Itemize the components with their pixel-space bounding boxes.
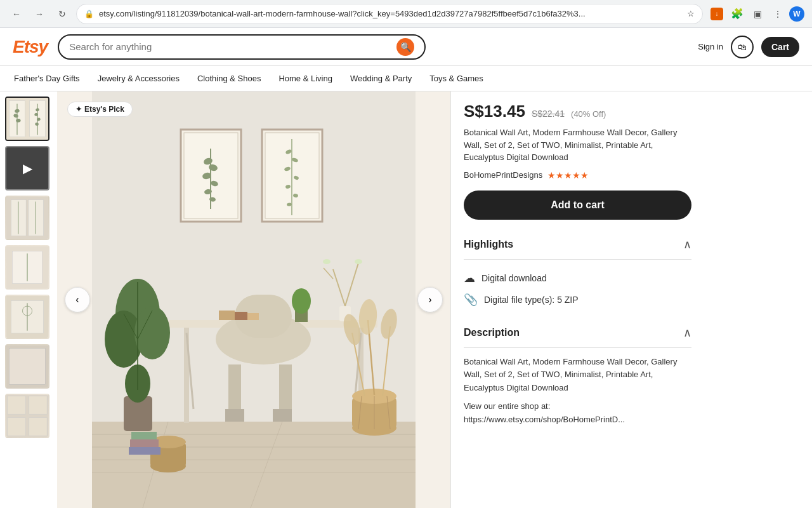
- product-title: Botanical Wall Art, Modern Farmhouse Wal…: [464, 126, 691, 164]
- seller-row: BoHomePrintDesigns ★★★★★: [464, 170, 691, 180]
- download-icon: ☁: [464, 271, 475, 285]
- bookmark-icon[interactable]: ☆: [687, 9, 695, 18]
- svg-rect-78: [235, 312, 247, 320]
- svg-rect-103: [129, 447, 160, 455]
- refresh-button[interactable]: ↻: [53, 5, 71, 23]
- star-icon: ✦: [75, 105, 82, 114]
- svg-rect-67: [273, 409, 292, 422]
- cart-icon[interactable]: 🛍: [731, 36, 754, 58]
- description-section-header[interactable]: Description ∧: [464, 318, 691, 348]
- thumbnail-2-video[interactable]: ▶: [5, 146, 49, 190]
- thumbnail-4[interactable]: [5, 245, 49, 290]
- thumbnails-sidebar: ▶: [0, 91, 57, 508]
- etsy-pick-badge: ✦ Etsy's Pick: [67, 102, 133, 117]
- sidebar-item-jewelry[interactable]: Jewelry & Accessories: [96, 74, 181, 83]
- svg-point-72: [134, 306, 170, 359]
- search-bar[interactable]: 🔍: [58, 34, 426, 60]
- search-button[interactable]: 🔍: [396, 38, 414, 56]
- highlights-content: ☁ Digital download 📎 Digital file type(s…: [464, 260, 691, 318]
- add-to-cart-button[interactable]: Add to cart: [464, 190, 691, 220]
- svg-rect-25: [10, 349, 46, 385]
- search-input[interactable]: [69, 41, 391, 52]
- main-content: ▶: [0, 91, 812, 508]
- highlight-text-2: Digital file type(s): 5 ZIP: [484, 295, 579, 305]
- sidebar-icon[interactable]: ▣: [749, 5, 766, 23]
- description-chevron-icon: ∧: [683, 326, 691, 340]
- highlights-label: Highlights: [464, 239, 513, 250]
- sidebar-item-home[interactable]: Home & Living: [277, 74, 334, 83]
- browser-chrome: ← → ↻ 🔒 etsy.com/listing/911812039/botan…: [0, 0, 812, 28]
- thumbnail-5[interactable]: [5, 295, 49, 339]
- browser-actions: ↓ 🧩 ▣ ⋮ W: [708, 5, 804, 23]
- svg-point-86: [323, 259, 331, 264]
- svg-rect-79: [247, 313, 259, 320]
- price-original: S$22.41: [532, 109, 565, 119]
- price-row: S$13.45 S$22.41 (40% Off): [464, 102, 691, 121]
- etsy-logo[interactable]: Etsy: [13, 37, 48, 57]
- cart-bag-icon: 🛍: [738, 42, 747, 52]
- svg-point-81: [292, 288, 311, 314]
- description-text: Botanical Wall Art, Modern Farmhouse Wal…: [464, 356, 691, 395]
- description-label: Description: [464, 327, 520, 338]
- sidebar-item-fathers-day[interactable]: Father's Day Gifts: [13, 74, 81, 83]
- header-actions: Sign in 🛍 Cart: [698, 36, 799, 58]
- description-extra-text: View our entire shop at: https://www.ets…: [464, 400, 691, 427]
- next-image-button[interactable]: ›: [417, 287, 443, 312]
- profile-avatar[interactable]: W: [789, 6, 804, 22]
- sign-in-link[interactable]: Sign in: [698, 42, 723, 51]
- svg-rect-77: [219, 311, 235, 320]
- extensions-icon[interactable]: 🧩: [728, 5, 746, 23]
- etsy-nav: Father's Day Gifts Jewelry & Accessories…: [0, 66, 812, 91]
- prev-image-button[interactable]: ‹: [65, 287, 90, 312]
- description-content: Botanical Wall Art, Modern Farmhouse Wal…: [464, 348, 691, 439]
- thumbnail-6[interactable]: [5, 344, 49, 389]
- svg-rect-66: [225, 409, 244, 422]
- file-icon: 📎: [464, 293, 478, 307]
- address-bar[interactable]: 🔒 etsy.com/listing/911812039/botanical-w…: [76, 4, 703, 24]
- sidebar-item-clothing[interactable]: Clothing & Shoes: [196, 74, 262, 83]
- cart-button[interactable]: Cart: [761, 37, 799, 57]
- highlights-section-header[interactable]: Highlights ∧: [464, 230, 691, 260]
- price-main: S$13.45: [464, 102, 525, 121]
- extensions-download-icon[interactable]: ↓: [708, 5, 726, 23]
- product-main-image: [92, 91, 416, 508]
- sidebar-item-wedding[interactable]: Wedding & Party: [349, 74, 413, 83]
- svg-rect-29: [8, 418, 25, 436]
- more-icon[interactable]: ⋮: [769, 5, 787, 23]
- highlight-digital-download: ☁ Digital download: [464, 267, 691, 289]
- seller-name[interactable]: BoHomePrintDesigns: [464, 170, 542, 180]
- highlights-chevron-icon: ∧: [683, 237, 691, 251]
- lock-icon: 🔒: [84, 10, 94, 18]
- play-icon: ▶: [6, 147, 48, 189]
- etsy-pick-label: Etsy's Pick: [84, 105, 124, 114]
- svg-point-87: [355, 259, 362, 264]
- back-button[interactable]: ←: [8, 5, 25, 23]
- svg-rect-30: [29, 418, 47, 436]
- svg-rect-27: [8, 396, 25, 414]
- cart-label: Cart: [771, 42, 789, 52]
- highlight-file-type: 📎 Digital file type(s): 5 ZIP: [464, 289, 691, 311]
- seller-stars: ★★★★★: [547, 170, 589, 180]
- thumbnail-3[interactable]: [5, 196, 49, 240]
- price-discount: (40% Off): [571, 109, 606, 119]
- svg-rect-28: [29, 396, 47, 414]
- sidebar-item-toys[interactable]: Toys & Games: [428, 74, 485, 83]
- thumbnail-7[interactable]: [5, 394, 49, 438]
- thumbnail-1[interactable]: [5, 97, 49, 141]
- svg-rect-104: [130, 439, 159, 447]
- highlight-text-1: Digital download: [481, 273, 547, 283]
- etsy-header: Etsy 🔍 Sign in 🛍 Cart: [0, 28, 812, 66]
- url-text: etsy.com/listing/911812039/botanical-wal…: [99, 9, 682, 18]
- svg-rect-105: [131, 432, 157, 439]
- forward-button[interactable]: →: [30, 5, 48, 23]
- main-image-area: ✦ Etsy's Pick ‹: [57, 91, 450, 508]
- product-info-panel: 🖼 Etsy Images Downloader ⌂ ? ⚙ PRO 🖼 Ope…: [450, 91, 704, 508]
